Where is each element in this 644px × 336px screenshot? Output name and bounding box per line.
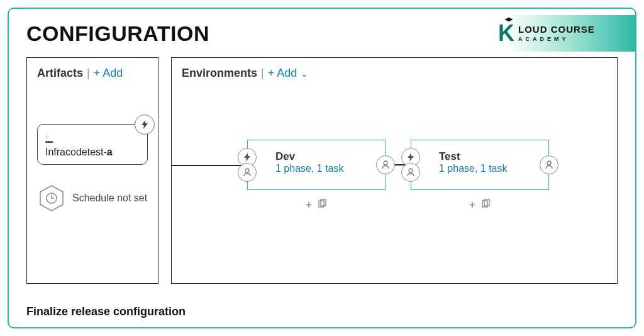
clone-icon xyxy=(480,199,491,209)
environment-meta: 1 phase, 1 task xyxy=(275,163,372,174)
clone-icon xyxy=(317,199,327,209)
separator: | xyxy=(261,67,264,80)
environment-meta: 1 phase, 1 task xyxy=(439,163,536,174)
post-deploy-approver[interactable] xyxy=(376,155,395,174)
artifact-card[interactable]: ▪▪▪▪ Infracodetest-a xyxy=(37,124,148,165)
graduation-cap-icon xyxy=(503,16,514,23)
logo-text-line1: LOUD COURSE xyxy=(518,25,595,34)
add-environment-button[interactable]: + xyxy=(306,199,313,212)
configuration-frame: CONFIGURATION K LOUD COURSE ACADEMY Arti… xyxy=(8,8,636,328)
artifacts-header: Artifacts xyxy=(37,67,83,80)
logo-text-line2: ACADEMY xyxy=(518,36,595,42)
pipeline-connector xyxy=(172,165,247,166)
artifacts-add-button[interactable]: + Add xyxy=(94,67,123,80)
lightning-icon xyxy=(242,152,252,162)
logo-mark: K xyxy=(498,20,514,47)
artifacts-panel: Artifacts | + Add ▪▪▪▪ Infracodetest-a xyxy=(26,57,158,284)
schedule-label: Schedule not set xyxy=(72,193,147,204)
environments-row: Dev 1 phase, 1 task + xyxy=(247,140,604,190)
schedule-hexagon xyxy=(37,184,66,213)
person-icon xyxy=(242,167,252,177)
footer-text: Finalize release configuration xyxy=(26,305,186,318)
build-icon: ▪▪▪▪ xyxy=(45,132,140,145)
pre-deploy-approver[interactable] xyxy=(401,163,420,182)
clone-environment-button[interactable] xyxy=(480,199,491,212)
post-deploy-approver[interactable] xyxy=(540,155,558,174)
environment-name: Test xyxy=(439,150,536,163)
artifact-name: Infracodetest-a xyxy=(45,147,140,158)
environments-panel: Environments | + Add ⌄ xyxy=(171,57,618,284)
artifact-trigger-button[interactable] xyxy=(135,115,155,135)
svg-point-2 xyxy=(384,161,387,165)
schedule-block[interactable]: Schedule not set xyxy=(37,184,148,213)
lightning-icon xyxy=(140,120,150,130)
environments-header: Environments xyxy=(182,67,257,80)
svg-point-1 xyxy=(245,169,249,172)
environment-name: Dev xyxy=(275,150,372,163)
environment-card-test[interactable]: Test 1 phase, 1 task + xyxy=(411,140,549,190)
add-environment-button[interactable]: + xyxy=(469,199,476,212)
chevron-down-icon: ⌄ xyxy=(298,69,308,79)
separator: | xyxy=(87,67,90,80)
environments-add-button[interactable]: + Add ⌄ xyxy=(268,67,308,80)
person-icon xyxy=(380,160,391,170)
environment-card-dev[interactable]: Dev 1 phase, 1 task + xyxy=(247,140,386,190)
person-icon xyxy=(544,160,554,170)
pre-deploy-approver[interactable] xyxy=(238,163,257,182)
brand-logo: K LOUD COURSE ACADEMY xyxy=(491,15,635,52)
svg-point-6 xyxy=(547,161,551,165)
lightning-icon xyxy=(406,152,416,162)
svg-point-5 xyxy=(409,169,413,172)
person-icon xyxy=(406,167,416,177)
clone-environment-button[interactable] xyxy=(317,199,327,212)
